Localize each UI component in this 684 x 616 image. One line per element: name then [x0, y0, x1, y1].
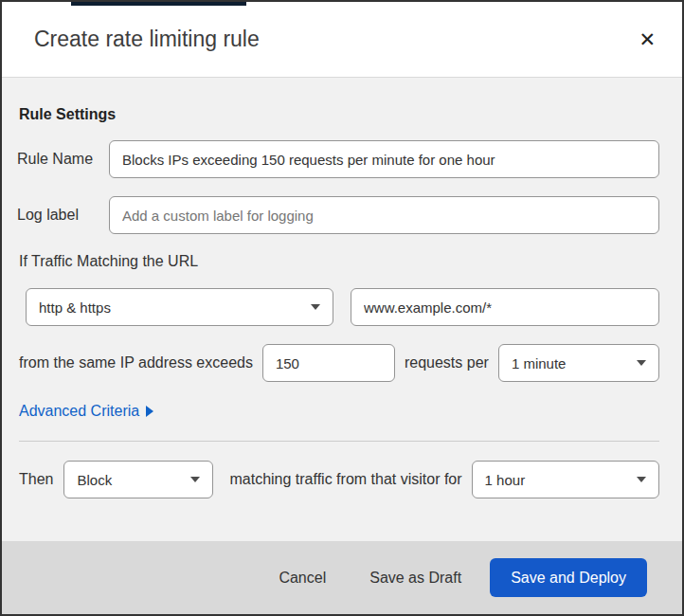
rule-name-label: Rule Name	[17, 151, 109, 168]
action-select[interactable]: Block	[63, 461, 213, 498]
url-input-wrap	[351, 288, 659, 326]
log-label-input[interactable]	[109, 196, 659, 234]
chevron-down-icon	[637, 477, 646, 482]
chevron-down-icon	[311, 304, 320, 310]
requests-count-input[interactable]	[262, 344, 395, 382]
save-as-draft-button[interactable]: Save as Draft	[354, 560, 477, 596]
log-label-label: Log label	[17, 207, 109, 224]
log-label-row: Log label	[17, 196, 659, 234]
threshold-text-before: from the same IP address exceeds	[19, 354, 253, 371]
scheme-select-value: http & https	[39, 299, 111, 316]
dialog-footer: Cancel Save as Draft Save and Deploy	[2, 541, 682, 614]
period-select-value: 1 minute	[512, 355, 567, 371]
threshold-row: from the same IP address exceeds request…	[19, 344, 659, 382]
url-match-row: http & https	[26, 288, 659, 326]
traffic-matching-heading: If Traffic Matching the URL	[19, 253, 659, 270]
rule-name-row: Rule Name	[17, 140, 659, 178]
duration-select-value: 1 hour	[485, 472, 526, 488]
scheme-select[interactable]: http & https	[26, 288, 333, 326]
rule-settings-heading: Rule Settings	[19, 106, 659, 123]
url-pattern-input[interactable]	[351, 288, 659, 326]
dialog-title: Create rate limiting rule	[34, 27, 635, 52]
dialog-body: Rule Settings Rule Name Log label If Tra…	[2, 78, 682, 541]
chevron-down-icon	[637, 360, 646, 366]
section-divider	[19, 441, 659, 442]
chevron-down-icon	[190, 477, 200, 482]
save-and-deploy-button[interactable]: Save and Deploy	[490, 558, 647, 597]
advanced-criteria-label: Advanced Criteria	[19, 403, 139, 420]
then-label: Then	[19, 471, 53, 488]
arrow-right-icon	[146, 406, 153, 417]
rule-name-input[interactable]	[109, 140, 659, 178]
action-select-value: Block	[77, 472, 112, 488]
close-icon[interactable]: ✕	[635, 26, 659, 53]
action-row: Then Block matching traffic from that vi…	[19, 461, 659, 498]
action-middle-text: matching traffic from that visitor for	[229, 471, 461, 488]
cancel-button[interactable]: Cancel	[263, 560, 341, 596]
advanced-criteria-link[interactable]: Advanced Criteria	[19, 403, 153, 420]
create-rate-limiting-rule-dialog: Create rate limiting rule ✕ Rule Setting…	[0, 0, 684, 616]
dialog-header: Create rate limiting rule ✕	[2, 2, 682, 78]
threshold-text-after: requests per	[405, 354, 489, 371]
background-page-strip	[71, 2, 246, 6]
period-select[interactable]: 1 minute	[498, 344, 659, 382]
duration-select[interactable]: 1 hour	[472, 461, 659, 498]
